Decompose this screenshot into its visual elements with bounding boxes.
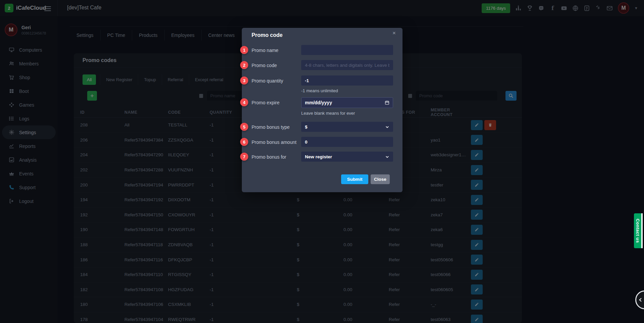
promo-code-input[interactable]: [301, 60, 393, 70]
contact-us-tab[interactable]: Contact us: [634, 213, 643, 248]
promo-expire-date-input[interactable]: mm/dd/yyyy: [301, 97, 393, 108]
promo-name-input[interactable]: [301, 45, 393, 55]
submit-button[interactable]: Submit: [341, 174, 368, 184]
promo-bonus-for-select[interactable]: New register: [301, 152, 393, 162]
promo-bonus-type-select[interactable]: $: [301, 122, 393, 132]
expire-helper: Leave blank means for ever: [301, 111, 355, 116]
modal-close-icon[interactable]: ×: [392, 30, 396, 37]
step-badge-1: 1: [240, 46, 248, 54]
promo-bonus-amount-input[interactable]: [301, 137, 393, 147]
step-badge-6: 6: [240, 138, 248, 146]
step-badge-4: 4: [240, 98, 248, 106]
step-badge-5: 5: [240, 123, 248, 131]
step-badge-7: 7: [240, 153, 248, 161]
chevron-down-icon: [385, 125, 389, 129]
calendar-icon: [385, 100, 389, 105]
step-badge-2: 2: [240, 61, 248, 69]
promo-quantity-input[interactable]: [301, 75, 393, 86]
modal-footer: Submit Close: [341, 174, 390, 184]
chevron-down-icon: [385, 155, 389, 159]
quantity-helper: -1 means unlimited: [301, 88, 338, 93]
close-button[interactable]: Close: [371, 174, 390, 184]
step-badge-3: 3: [240, 76, 248, 85]
promo-code-modal: Promo code × 1 Promo name 2 Promo code 3…: [242, 28, 402, 192]
chevron-left-icon: [638, 297, 643, 303]
modal-title: Promo code: [252, 32, 282, 38]
